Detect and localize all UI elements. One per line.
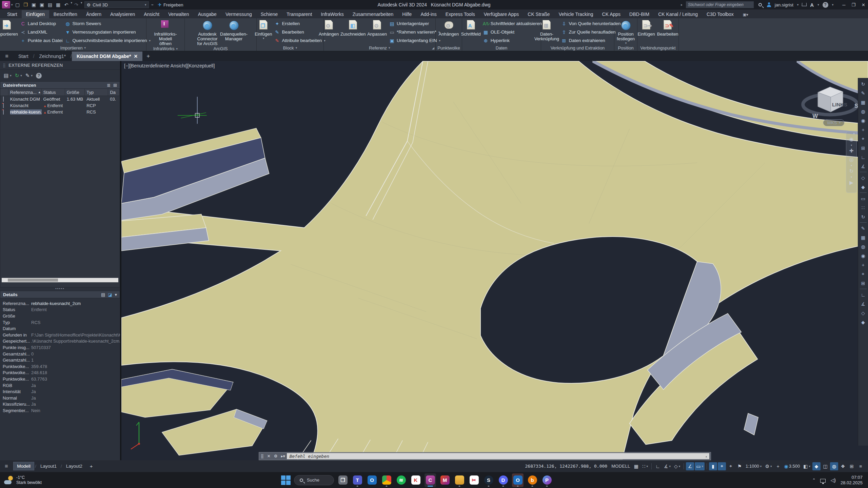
zuschneiden-button[interactable]: ◧Zuschneiden bbox=[341, 19, 365, 37]
surface-elevation-icon[interactable]: ∷ bbox=[858, 203, 868, 212]
ribbon-display-toggle-icon[interactable]: ▣▾ bbox=[740, 11, 751, 18]
navigation-wheel-icon[interactable]: ◉ bbox=[846, 135, 856, 144]
schriftfelder-aktualisieren-button[interactable]: A↻Schriftfelder aktualisieren bbox=[483, 19, 542, 28]
segment-line-icon[interactable]: ◉ bbox=[858, 251, 868, 260]
command-customize-icon[interactable]: ⚙ bbox=[272, 454, 279, 459]
panel-title[interactable]: Referenz▾ bbox=[324, 45, 435, 51]
panel-title[interactable]: Importieren▾ bbox=[0, 45, 146, 51]
panel-title[interactable]: Block▾ bbox=[257, 45, 323, 51]
taskbar-app-blender[interactable]: b bbox=[527, 473, 538, 487]
erstellen-button[interactable]: ✦Erstellen bbox=[274, 19, 325, 28]
panel-title[interactable]: Daten bbox=[462, 45, 541, 51]
isolate-objects-toggle[interactable]: ◆ bbox=[812, 462, 821, 470]
vermessungsdaten-importieren-button[interactable]: ▼Vermessungsdaten importieren bbox=[65, 28, 151, 36]
point-select-icon[interactable]: ⊞ bbox=[858, 143, 868, 152]
landxml-button[interactable]: ≺LandXML bbox=[20, 28, 63, 36]
tab-einf-gen[interactable]: Einfügen bbox=[22, 10, 49, 18]
share-button[interactable]: ✈ Freigeben bbox=[158, 2, 183, 7]
autodesk-a-icon[interactable]: A bbox=[810, 2, 814, 8]
clean-screen-toggle[interactable]: ⊞ bbox=[848, 462, 856, 470]
command-expand-icon[interactable]: ▴ bbox=[705, 454, 709, 458]
taskbar-app-discord[interactable]: D bbox=[497, 473, 509, 487]
einf-gen-button[interactable]: ⊃➜Einfügen bbox=[637, 19, 655, 37]
profile-edit-icon[interactable]: ◇ bbox=[858, 173, 868, 182]
change-path-button[interactable]: ✎▾ bbox=[24, 72, 34, 79]
taskbar-app-task-view[interactable]: ❐ bbox=[337, 473, 349, 487]
panel-title[interactable]: InfraWorks▾ bbox=[146, 46, 184, 51]
panel-title[interactable]: Position bbox=[614, 45, 637, 51]
customization-toggle[interactable]: ≡ bbox=[856, 462, 865, 470]
column-header-gr-e[interactable]: Größe bbox=[65, 89, 85, 96]
model-space-button[interactable]: MODELL bbox=[611, 464, 630, 469]
scrollbar-thumb[interactable] bbox=[8, 279, 58, 282]
globe-imagery-icon[interactable]: ◉ bbox=[858, 116, 868, 125]
tab-infraworks[interactable]: InfraWorks bbox=[316, 10, 348, 18]
signed-in-user[interactable]: jan.sigrist bbox=[775, 2, 793, 7]
attribute-bearbeiten-button[interactable]: ✎Attribute bearbeiten▾ bbox=[274, 36, 325, 45]
doc-tab-start[interactable]: Start bbox=[14, 52, 33, 61]
tab-verf-gbare-apps[interactable]: Verfügbare Apps bbox=[479, 10, 524, 18]
recent-commands-icon[interactable]: ▸▾ bbox=[279, 454, 287, 459]
command-input[interactable]: Befehl eingeben ▴ bbox=[287, 453, 709, 459]
frame-edit-icon[interactable]: ∡ bbox=[858, 162, 868, 171]
table-header-row[interactable]: Referenzna...▲StatusGrößeTypDa bbox=[0, 89, 120, 96]
layout-tab-modell[interactable]: Modell bbox=[13, 462, 34, 470]
redo-button[interactable]: ↷ bbox=[72, 1, 80, 8]
open-file-button[interactable]: ❒ bbox=[22, 1, 30, 8]
point-number-icon[interactable]: + bbox=[858, 125, 868, 134]
annotation-monitor-toggle[interactable]: ⚑ bbox=[735, 462, 744, 470]
tab-add-ins[interactable]: Add-ins bbox=[416, 10, 441, 18]
weather-widget[interactable]: -1°C Stark bewölkt bbox=[0, 475, 42, 485]
chevron-down-icon[interactable]: ▾ bbox=[81, 1, 82, 8]
tab-ck-kanal-leitung[interactable]: CK Kanal / Leitung bbox=[654, 10, 702, 18]
ole-objekt-button[interactable]: ▦OLE-Objekt bbox=[483, 28, 542, 36]
anh-ngen-button[interactable]: ⊙Anhängen bbox=[319, 19, 339, 37]
app-menu-button[interactable]: C bbox=[2, 1, 10, 8]
bearbeiten-button[interactable]: ⊃✎Bearbeiten bbox=[657, 19, 678, 37]
app-store-cart-icon[interactable] bbox=[802, 3, 807, 6]
cursor-select-icon[interactable]: ◆ bbox=[858, 182, 868, 191]
save-as-button[interactable]: ▣ bbox=[38, 1, 46, 8]
new-drawing-tab-button[interactable]: + bbox=[142, 52, 154, 61]
pan-icon[interactable]: ✚ bbox=[846, 146, 856, 155]
tab-vehicle-tracking[interactable]: Vehicle Tracking bbox=[554, 10, 598, 18]
land-desktop-button[interactable]: CLand Desktop bbox=[20, 19, 63, 28]
isometric-drafting-toggle[interactable]: ◇▾ bbox=[673, 462, 682, 470]
search-icon[interactable] bbox=[758, 3, 762, 6]
angle-line-icon[interactable]: ▦ bbox=[858, 233, 868, 242]
column-header-status[interactable]: Status bbox=[42, 89, 65, 96]
sketch-icon[interactable]: ✎ bbox=[858, 88, 868, 98]
chevron-down-icon[interactable]: ▾ bbox=[846, 164, 856, 167]
command-line[interactable]: ⣿ ✕ ⚙ ▸▾ Befehl eingeben ▴ bbox=[259, 452, 711, 460]
refresh-button[interactable]: ↻▾ bbox=[14, 72, 23, 79]
hardware-acceleration-toggle[interactable]: ◍ bbox=[830, 462, 838, 470]
navbar-close-icon[interactable]: ✕ bbox=[846, 132, 856, 135]
doc-tabs-menu-icon[interactable]: ≡ bbox=[0, 52, 14, 61]
tab-close-icon[interactable]: ✕ bbox=[134, 54, 138, 59]
anpassen-button[interactable]: ⊙Anpassen bbox=[367, 19, 387, 37]
details-preview-icon[interactable]: ◪ bbox=[108, 292, 112, 297]
table-row[interactable]: Küsnacht▲EntferntRCP bbox=[0, 102, 120, 109]
plot-button[interactable]: ▤ bbox=[46, 1, 54, 8]
tab-dbd-bim[interactable]: DBD-BIM bbox=[625, 10, 654, 18]
taskbar-search-input[interactable]: Suche bbox=[294, 475, 334, 485]
infraworks-modell-ffnen-button[interactable]: IInfraWorks-Modell öffnen bbox=[153, 19, 178, 46]
taskbar-app-teams[interactable]: T bbox=[352, 473, 363, 487]
a-menu-caret-icon[interactable]: ▾ bbox=[817, 3, 819, 6]
restore-button[interactable]: ❐ bbox=[851, 2, 855, 7]
tab-express-tools[interactable]: Express Tools bbox=[441, 10, 479, 18]
tab-hilfe[interactable]: Hilfe bbox=[398, 10, 416, 18]
taskbar-app-outlook[interactable]: O bbox=[512, 473, 524, 487]
punkte-aus-datei-button[interactable]: +Punkte aus Datei bbox=[20, 36, 63, 45]
object-snap-toggle[interactable]: ⌖ bbox=[718, 462, 726, 470]
app-menu-caret-icon[interactable]: ▾ bbox=[11, 3, 13, 6]
orbit-icon[interactable]: ↻ bbox=[858, 79, 868, 88]
undo-button[interactable]: ↶ bbox=[62, 1, 71, 8]
table-row[interactable]: Küsnacht DGM ...Geöffnet1.63 MBAktuell03… bbox=[0, 96, 120, 102]
annotation-scale-toggle[interactable]: 1:1000▾ bbox=[744, 462, 763, 470]
units-toggle[interactable]: ◧▾ bbox=[802, 462, 812, 470]
point-letter-icon[interactable]: ⌖ bbox=[858, 134, 868, 143]
details-text-view-icon[interactable]: ▤ bbox=[101, 292, 105, 297]
taskbar-app-outlook-calendar[interactable]: O bbox=[366, 473, 378, 487]
polar-tracking-toggle[interactable]: ∡▾ bbox=[663, 462, 672, 470]
